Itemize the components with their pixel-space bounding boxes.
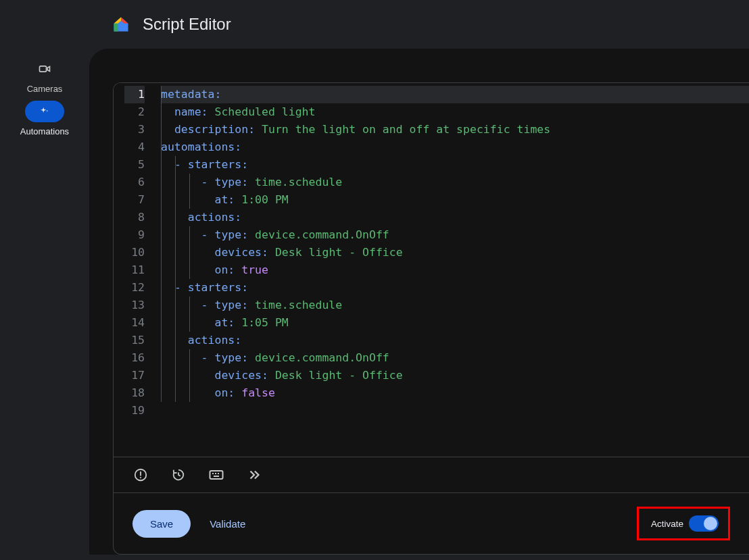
editor-footer: Save Validate Activate xyxy=(114,492,749,554)
save-button[interactable]: Save xyxy=(132,510,191,538)
line-number: 15 xyxy=(124,332,145,349)
validate-button[interactable]: Validate xyxy=(210,518,245,530)
code-line[interactable]: - type: device.command.OnOff xyxy=(161,349,749,367)
camera-icon-wrap xyxy=(25,58,64,80)
activate-group-highlight: Activate xyxy=(637,507,730,540)
code-line[interactable]: - type: time.schedule xyxy=(161,297,749,314)
main-panel: 12345678910111213141516171819 metadata: … xyxy=(89,49,749,555)
line-number: 19 xyxy=(124,402,145,419)
line-number: 10 xyxy=(124,244,145,261)
line-number: 1 xyxy=(124,86,145,103)
code-line[interactable]: description: Turn the light on and off a… xyxy=(161,121,749,138)
camera-icon xyxy=(38,62,51,76)
line-number: 5 xyxy=(124,156,145,174)
keyboard-icon[interactable] xyxy=(208,467,224,483)
svg-rect-5 xyxy=(212,473,214,474)
line-number: 8 xyxy=(124,209,145,226)
line-number: 3 xyxy=(124,121,145,138)
svg-rect-8 xyxy=(214,476,219,477)
editor-toolbar xyxy=(114,457,749,492)
sidebar-item-automations[interactable]: Automations xyxy=(20,101,69,136)
code-line[interactable]: - starters: xyxy=(161,156,749,174)
code-line[interactable] xyxy=(161,402,749,419)
svg-rect-2 xyxy=(140,472,141,476)
line-number: 9 xyxy=(124,226,145,244)
code-line[interactable]: devices: Desk light - Office xyxy=(161,367,749,384)
line-number: 12 xyxy=(124,279,145,297)
code-editor[interactable]: 12345678910111213141516171819 metadata: … xyxy=(113,82,749,555)
sidebar-item-cameras[interactable]: Cameras xyxy=(25,58,64,94)
code-line[interactable]: actions: xyxy=(161,332,749,349)
code-line[interactable]: at: 1:00 PM xyxy=(161,191,749,209)
header: Script Editor xyxy=(0,0,749,49)
svg-rect-6 xyxy=(215,473,216,474)
code-line[interactable]: devices: Desk light - Office xyxy=(161,244,749,261)
line-number: 7 xyxy=(124,191,145,209)
sidebar-item-label: Cameras xyxy=(27,84,63,94)
line-number: 6 xyxy=(124,174,145,191)
sidebar-item-label: Automations xyxy=(20,126,69,136)
more-icon[interactable] xyxy=(246,467,262,483)
line-number: 14 xyxy=(124,314,145,332)
code-line[interactable]: at: 1:05 PM xyxy=(161,314,749,332)
code-line[interactable]: on: false xyxy=(161,384,749,402)
code-line[interactable]: - type: time.schedule xyxy=(161,174,749,191)
code-content[interactable]: metadata: name: Scheduled light descript… xyxy=(151,83,749,457)
line-number: 4 xyxy=(124,138,145,156)
svg-rect-4 xyxy=(210,471,223,479)
code-line[interactable]: name: Scheduled light xyxy=(161,103,749,121)
code-line[interactable]: - starters: xyxy=(161,279,749,297)
sparkle-icon xyxy=(39,105,51,118)
svg-rect-0 xyxy=(40,66,47,72)
google-home-logo-icon xyxy=(112,15,130,34)
line-number: 17 xyxy=(124,367,145,384)
code-line[interactable]: automations: xyxy=(161,138,749,156)
activate-label: Activate xyxy=(651,519,683,529)
line-number: 11 xyxy=(124,261,145,279)
line-number: 16 xyxy=(124,349,145,367)
error-icon[interactable] xyxy=(132,467,149,483)
page-title: Script Editor xyxy=(143,15,231,34)
line-gutter: 12345678910111213141516171819 xyxy=(114,83,151,457)
sidebar: Cameras Automations xyxy=(0,49,89,555)
line-number: 2 xyxy=(124,103,145,121)
svg-rect-3 xyxy=(140,477,141,478)
code-line[interactable]: actions: xyxy=(161,209,749,226)
layout: Cameras Automations 12345678910111213141… xyxy=(0,49,749,555)
code-line[interactable]: on: true xyxy=(161,261,749,279)
line-number: 13 xyxy=(124,297,145,314)
history-icon[interactable] xyxy=(170,467,187,483)
code-area[interactable]: 12345678910111213141516171819 metadata: … xyxy=(114,83,749,457)
code-line[interactable]: metadata: xyxy=(161,86,749,103)
activate-toggle[interactable] xyxy=(689,515,719,532)
svg-rect-7 xyxy=(218,473,219,474)
sparkle-icon-wrap xyxy=(25,101,64,122)
code-line[interactable]: - type: device.command.OnOff xyxy=(161,226,749,244)
line-number: 18 xyxy=(124,384,145,402)
